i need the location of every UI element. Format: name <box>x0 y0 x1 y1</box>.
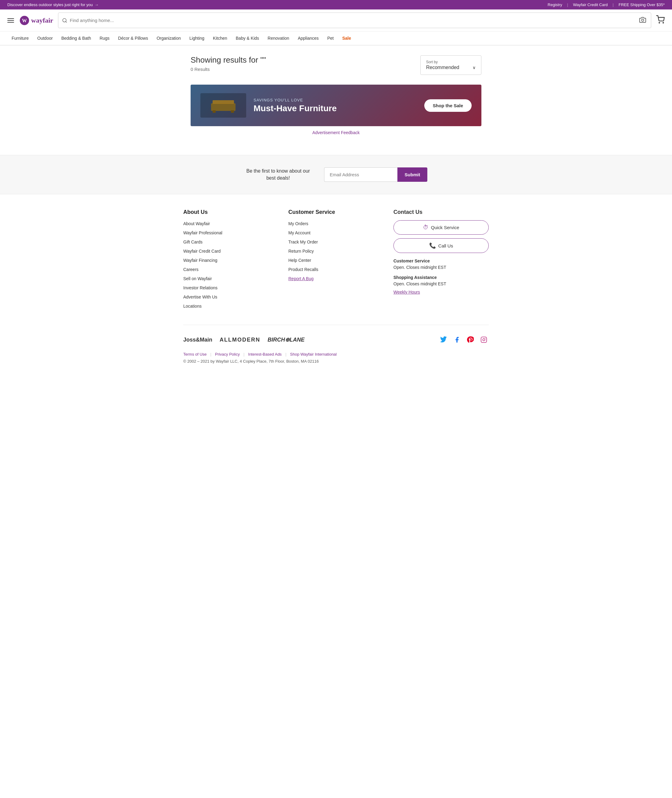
instagram-icon <box>480 337 487 343</box>
search-input[interactable] <box>70 18 636 23</box>
chevron-down-icon: ∨ <box>472 65 475 70</box>
shopping-assistance-status: Open. Closes midnight EST <box>394 281 489 287</box>
results-info: Showing results for "" 0 Results <box>190 55 266 72</box>
shopping-assistance-label: Shopping Assistance <box>394 274 489 281</box>
about-wayfair-link[interactable]: About Wayfair <box>183 221 210 226</box>
list-item: Locations <box>183 303 278 309</box>
nav-decor-pillows[interactable]: Décor & Pillows <box>114 32 152 45</box>
nav-organization[interactable]: Organization <box>152 32 185 45</box>
svg-rect-11 <box>481 337 486 343</box>
shop-wayfair-international-link[interactable]: Shop Wayfair International <box>290 352 337 357</box>
results-title: Showing results for "" <box>190 55 266 65</box>
email-signup-section: Be the first to know about our best deal… <box>0 155 672 194</box>
instagram-link[interactable] <box>479 335 489 345</box>
email-form: Submit <box>324 167 428 182</box>
camera-icon <box>639 16 646 23</box>
gift-cards-link[interactable]: Gift Cards <box>183 240 203 244</box>
help-center-link[interactable]: Help Center <box>288 258 311 263</box>
credit-card-link[interactable]: Wayfair Credit Card <box>183 249 221 253</box>
advertise-link[interactable]: Advertise With Us <box>183 295 217 300</box>
nav-renovation[interactable]: Renovation <box>263 32 294 45</box>
list-item: Product Recalls <box>288 267 384 272</box>
terms-of-use-link[interactable]: Terms of Use <box>183 352 207 357</box>
camera-search-button[interactable] <box>638 15 647 26</box>
footer-contact-us: Contact Us ⏱ Quick Service 📞 Call Us Cus… <box>394 209 489 312</box>
nav-appliances[interactable]: Appliances <box>294 32 323 45</box>
joss-main-logo[interactable]: Joss&Main <box>183 337 212 343</box>
wayfair-logo[interactable]: W wayfair <box>19 16 53 26</box>
sort-dropdown[interactable]: Sort by Recommended ∨ <box>420 55 482 75</box>
quick-service-button[interactable]: ⏱ Quick Service <box>394 220 489 235</box>
locations-link[interactable]: Locations <box>183 304 202 309</box>
footer-customer-service: Customer Service My Orders My Account Tr… <box>288 209 384 312</box>
about-us-list: About Wayfair Wayfair Professional Gift … <box>183 221 278 309</box>
cart-icon <box>656 15 665 24</box>
header: W wayfair <box>0 10 672 32</box>
pinterest-icon <box>467 337 474 343</box>
email-signup-text: Be the first to know about our best deal… <box>245 168 312 181</box>
birchlane-logo[interactable]: BIRCH⊕LANE <box>267 337 304 343</box>
list-item: Wayfair Credit Card <box>183 248 278 254</box>
email-submit-button[interactable]: Submit <box>397 167 428 182</box>
ad-banner-text: SAVINGS YOU'LL LOVE Must-Have Furniture <box>254 98 337 113</box>
my-orders-link[interactable]: My Orders <box>288 221 308 226</box>
main-content: Showing results for "" 0 Results Sort by… <box>183 45 489 155</box>
ad-big-text: Must-Have Furniture <box>254 104 337 113</box>
nav-kitchen[interactable]: Kitchen <box>209 32 232 45</box>
results-header: Showing results for "" 0 Results Sort by… <box>190 55 482 75</box>
footer-grid: About Us About Wayfair Wayfair Professio… <box>183 209 489 325</box>
svg-rect-8 <box>213 100 234 104</box>
allmodern-logo[interactable]: ALLMODERN <box>220 337 260 343</box>
nav-pet[interactable]: Pet <box>323 32 338 45</box>
wayfair-professional-link[interactable]: Wayfair Professional <box>183 230 222 235</box>
service-info: Customer Service Open. Closes midnight E… <box>394 258 489 295</box>
nav-outdoor[interactable]: Outdoor <box>33 32 57 45</box>
list-item: Sell on Wayfair <box>183 276 278 281</box>
promo-message[interactable]: Discover endless outdoor styles just rig… <box>7 2 99 7</box>
sell-link[interactable]: Sell on Wayfair <box>183 276 212 281</box>
call-us-button[interactable]: 📞 Call Us <box>394 238 489 253</box>
nav-lighting[interactable]: Lighting <box>185 32 209 45</box>
shop-sale-button[interactable]: Shop the Sale <box>424 99 472 112</box>
ad-feedback-link[interactable]: Advertisement Feedback <box>312 130 360 135</box>
twitter-link[interactable] <box>438 335 448 345</box>
facebook-link[interactable] <box>452 335 462 345</box>
financing-link[interactable]: Wayfair Financing <box>183 258 218 263</box>
nav-furniture[interactable]: Furniture <box>7 32 33 45</box>
track-order-link[interactable]: Track My Order <box>288 240 318 244</box>
email-input[interactable] <box>324 167 397 182</box>
banner-links[interactable]: Registry | Wayfair Credit Card | FREE Sh… <box>548 2 665 7</box>
customer-service-heading: Customer Service <box>288 209 384 215</box>
search-bar[interactable] <box>58 13 651 28</box>
banner-link-shipping[interactable]: FREE Shipping Over $35* <box>619 2 665 7</box>
svg-line-3 <box>66 21 67 22</box>
banner-link-registry[interactable]: Registry <box>548 2 562 7</box>
my-account-link[interactable]: My Account <box>288 230 310 235</box>
list-item: Advertise With Us <box>183 294 278 300</box>
interest-based-ads-link[interactable]: Interest-Based Ads <box>248 352 282 357</box>
nav-bedding-bath[interactable]: Bedding & Bath <box>57 32 95 45</box>
hamburger-menu[interactable] <box>7 18 14 22</box>
careers-link[interactable]: Careers <box>183 267 198 272</box>
weekly-hours-link[interactable]: Weekly Hours <box>394 290 489 295</box>
pinterest-link[interactable] <box>466 335 475 345</box>
phone-icon: 📞 <box>429 242 436 249</box>
social-icons <box>438 335 489 345</box>
banner-link-credit-card[interactable]: Wayfair Credit Card <box>573 2 608 7</box>
report-bug-link[interactable]: Report A Bug <box>288 276 314 281</box>
footer: About Us About Wayfair Wayfair Professio… <box>0 194 672 371</box>
ad-banner: SAVINGS YOU'LL LOVE Must-Have Furniture … <box>190 85 482 126</box>
svg-rect-9 <box>213 110 216 113</box>
investor-relations-link[interactable]: Investor Relations <box>183 285 218 290</box>
list-item: About Wayfair <box>183 221 278 226</box>
promo-arrow: → <box>95 2 99 7</box>
cart-button[interactable] <box>656 15 665 26</box>
list-item: My Account <box>288 230 384 236</box>
customer-service-status-label: Customer Service <box>394 258 489 264</box>
product-recalls-link[interactable]: Product Recalls <box>288 267 318 272</box>
privacy-policy-link[interactable]: Privacy Policy <box>215 352 240 357</box>
return-policy-link[interactable]: Return Policy <box>288 249 314 253</box>
nav-baby-kids[interactable]: Baby & Kids <box>232 32 263 45</box>
nav-rugs[interactable]: Rugs <box>95 32 114 45</box>
nav-sale[interactable]: Sale <box>338 32 355 45</box>
